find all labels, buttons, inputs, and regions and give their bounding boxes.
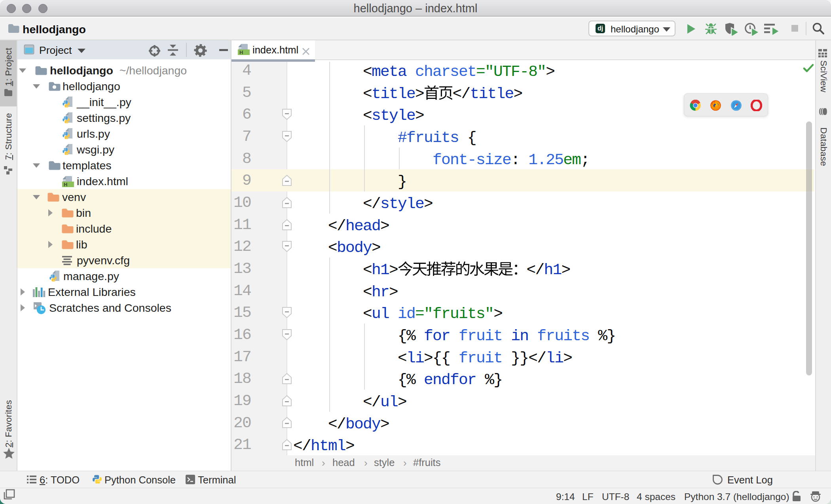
svg-text:H: H: [64, 182, 67, 188]
svg-text:H: H: [239, 49, 243, 55]
